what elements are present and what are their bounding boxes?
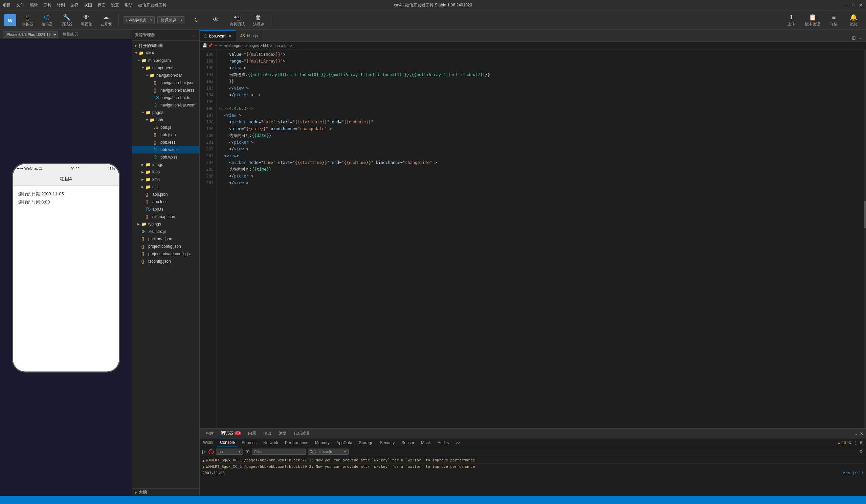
console-clear-icon[interactable]: 🚫 [208, 449, 214, 454]
refresh-button[interactable]: ↻ [188, 15, 205, 26]
tree-item-bbb-less[interactable]: {} bbb.less [132, 139, 199, 146]
console-subtab-sources[interactable]: Sources [238, 438, 260, 447]
editor-scrollbar-thumb[interactable] [864, 201, 866, 228]
tree-item-image[interactable]: ▶ 📁 image [132, 161, 199, 168]
preview-button[interactable]: 👁 [208, 15, 224, 25]
console-info-source[interactable]: bbb.js:13 [843, 471, 863, 475]
console-subtab-security[interactable]: Security [377, 438, 398, 447]
menu-project[interactable]: 项目 [3, 2, 11, 8]
tab-close-bbb-wxml[interactable]: ✕ [229, 34, 232, 38]
mode-select[interactable]: 小程序模式 [123, 16, 155, 24]
console-settings-right[interactable]: ⚙ [859, 449, 863, 454]
back-icon[interactable]: ← [214, 43, 218, 47]
realdevice-button[interactable]: 📲 真机调试 [227, 12, 247, 28]
outline-section[interactable]: ▶ 大纲 [132, 489, 199, 496]
console-subtab-console[interactable]: Console [216, 438, 238, 447]
console-subtab-audits[interactable]: Audits [434, 438, 452, 447]
more-tabs-icon[interactable]: ··· [858, 34, 863, 41]
detail-button[interactable]: ≡ 详情 [825, 12, 842, 28]
cache-button[interactable]: 🗑 清缓存 [250, 12, 267, 28]
tree-item-package-json[interactable]: {} package.json [132, 235, 199, 243]
tree-item-xm4[interactable]: ▶ 📁 xm4 [132, 176, 199, 183]
console-subtab-storage[interactable]: Storage [356, 438, 377, 447]
tree-item-project-private[interactable]: {} project.private.config.js... [132, 250, 199, 257]
visualize-button[interactable]: 👁 可视化 [78, 12, 95, 28]
console-detach-icon[interactable]: ⊞ [860, 440, 863, 445]
bottom-tab-build[interactable]: 构建 [202, 429, 218, 438]
opened-editors-section[interactable]: ▶ 打开的编辑器 [132, 42, 199, 49]
tree-item-bbb-wxml[interactable]: ⬡ bbb.wxml [132, 146, 199, 153]
explorer-more-icon[interactable]: ··· [193, 33, 197, 37]
window-controls[interactable]: — □ ✕ [844, 3, 863, 8]
tree-item-nav-json[interactable]: {} navigation-bar.json [132, 79, 199, 87]
device-select-wrapper[interactable]: iPhone 6/7/8 Plus 100% 16 [3, 31, 58, 38]
tree-item-bbb-json[interactable]: {} bbb.json [132, 131, 199, 139]
menu-tools[interactable]: 工具 [43, 2, 52, 8]
eye-icon[interactable]: 👁 [245, 449, 250, 454]
console-subtab-network[interactable]: Network [260, 438, 281, 447]
menu-interface[interactable]: 界面 [98, 2, 106, 8]
split-editor-icon[interactable]: ⊞ [851, 34, 856, 41]
console-subtab-memory[interactable]: Memory [312, 438, 333, 447]
panel-collapse-icon[interactable]: ⌄ [855, 431, 858, 436]
simulator-button[interactable]: 📱 模拟器 [19, 12, 36, 28]
console-context-wrapper[interactable]: top [216, 449, 243, 455]
mode-select-wrapper[interactable]: 小程序模式 [123, 16, 155, 24]
compile-select[interactable]: 普通编译 [157, 16, 185, 24]
menu-edit[interactable]: 编辑 [30, 2, 38, 8]
project-root[interactable]: ▼ 📁 XM4 [132, 49, 199, 57]
console-execute-icon[interactable]: ▷ [202, 449, 206, 454]
code-editor-scroll[interactable]: 188 189 190 191 192 193 194 195 196 197 … [200, 50, 866, 428]
tab-bbb-js[interactable]: JS bbb.js [236, 31, 262, 41]
tree-item-miniprogram[interactable]: ▼ 📁 miniprogram [132, 57, 199, 64]
console-filter-input[interactable] [252, 449, 306, 455]
default-levels-select[interactable]: Default levels [308, 449, 348, 455]
tree-item-nav-ts[interactable]: TS navigation-bar.ts [132, 94, 199, 101]
compile-select-wrapper[interactable]: 普通编译 [157, 16, 185, 24]
version-button[interactable]: 📋 版本管理 [802, 12, 823, 28]
tree-item-app-json[interactable]: {} app.json [132, 191, 199, 198]
tree-item-bbb-js[interactable]: JS bbb.js [132, 124, 199, 131]
device-select[interactable]: iPhone 6/7/8 Plus 100% 16 [3, 31, 58, 38]
tab-bbb-wxml[interactable]: ⬡ bbb.wxml ✕ [200, 31, 236, 41]
tree-item-nav-less[interactable]: {} navigation-bar.less [132, 87, 199, 94]
console-subtab-more[interactable]: >> [452, 438, 464, 447]
code-content[interactable]: value="{{multiIndex}}"> range="{{multiAr… [216, 50, 864, 428]
tree-item-logs[interactable]: ▶ 📁 logs [132, 168, 199, 176]
console-subtab-appdata[interactable]: AppData [333, 438, 356, 447]
tree-item-sitemap[interactable]: {} sitemap.json [132, 213, 199, 220]
tree-item-nav-wxml[interactable]: ⬡ navigation-bar.wxml [132, 101, 199, 109]
editor-button[interactable]: ⟨/⟩ 编辑器 [38, 12, 56, 28]
menu-view[interactable]: 视图 [84, 2, 92, 8]
tree-item-bbb-wxss[interactable]: ⬡ bbb.wxss [132, 153, 199, 161]
default-levels-wrapper[interactable]: Default levels [308, 449, 348, 455]
tree-item-app-ts[interactable]: TS app.ts [132, 206, 199, 213]
menu-file[interactable]: 文件 [16, 2, 24, 8]
bottom-tab-terminal[interactable]: 终端 [275, 429, 290, 438]
save-icon[interactable]: 💾 [202, 43, 207, 47]
console-subtab-wxml[interactable]: Wxml [200, 438, 216, 447]
forward-icon[interactable]: → [219, 43, 222, 47]
minimize-button[interactable]: — [844, 3, 848, 8]
tree-item-eslintrc[interactable]: ⚙ .eslintrc.js [132, 228, 199, 235]
tree-item-typings[interactable]: ▶ 📁 typings [132, 220, 199, 228]
pin-icon[interactable]: 📌 [208, 43, 213, 47]
menu-wechat-devtools[interactable]: 微信开发者工具 [138, 2, 167, 8]
console-settings-icon[interactable]: ⚙ [848, 440, 852, 445]
tree-item-bbb[interactable]: ▼ 📁 bbb [132, 116, 199, 124]
tree-item-app-less[interactable]: {} app.less [132, 198, 199, 206]
editor-scrollbar[interactable] [864, 50, 866, 428]
bottom-tab-quality[interactable]: 代码质量 [290, 429, 314, 438]
tree-item-navigation-bar[interactable]: ▼ 📁 navigation-bar [132, 72, 199, 79]
menu-settings[interactable]: 设置 [111, 2, 119, 8]
bottom-tab-output[interactable]: 输出 [260, 429, 275, 438]
panel-close-icon[interactable]: ✕ [860, 431, 863, 436]
console-subtab-performance[interactable]: Performance [281, 438, 312, 447]
close-button[interactable]: ✕ [858, 3, 863, 8]
tree-item-project-config[interactable]: {} project.config.json [132, 243, 199, 250]
debugger-button[interactable]: 🔧 调试器 [58, 12, 75, 28]
console-subtab-mock[interactable]: Mock [418, 438, 434, 447]
menu-help[interactable]: 帮助 [124, 2, 133, 8]
tree-item-components[interactable]: ▼ 📁 components [132, 64, 199, 72]
tree-item-pages[interactable]: ▼ 📁 pages [132, 109, 199, 116]
